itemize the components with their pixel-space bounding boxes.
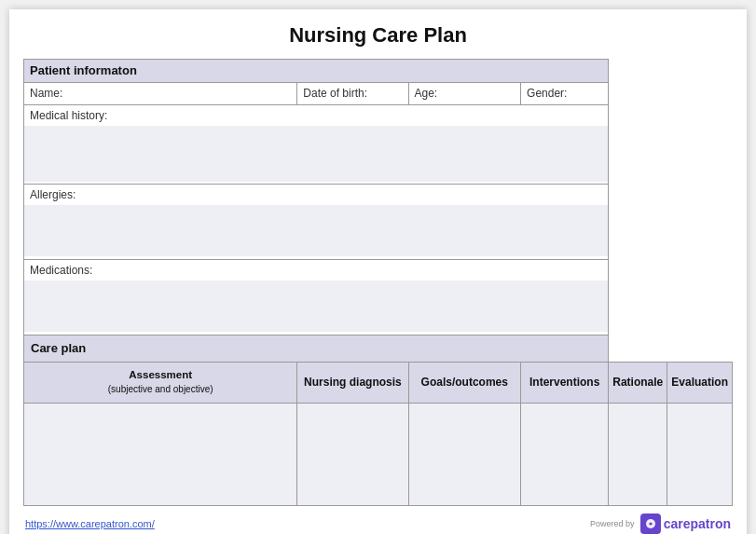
- dob-label: Date of birth:: [297, 82, 408, 104]
- patient-basic-info-row: Name: Date of birth: Age: Gender:: [24, 82, 733, 104]
- medical-history-cell: Medical history:: [24, 104, 609, 185]
- footer: https://www.carepatron.com/ Powered by c…: [23, 513, 733, 534]
- col-header-goals-outcomes: Goals/outcomes: [408, 362, 521, 403]
- gender-label: Gender:: [521, 82, 609, 104]
- nursing-diagnosis-data-cell[interactable]: [297, 404, 408, 506]
- medications-row: Medications:: [24, 260, 733, 335]
- care-plan-column-headers: Assessment(subjective and objective) Nur…: [24, 362, 733, 403]
- website-link[interactable]: https://www.carepatron.com/: [25, 518, 155, 529]
- logo-icon: [640, 513, 661, 534]
- patient-info-header-row: Patient informaton: [24, 60, 733, 83]
- col-header-interventions: Interventions: [521, 362, 609, 403]
- page-title: Nursing Care Plan: [23, 23, 733, 48]
- logo-care: care: [664, 516, 691, 531]
- allergies-row: Allergies:: [24, 185, 733, 260]
- logo-svg: [644, 517, 657, 530]
- logo-text: carepatron: [664, 516, 731, 531]
- col-header-evaluation: Evaluation: [667, 362, 733, 403]
- footer-right: Powered by carepatron: [590, 513, 731, 534]
- care-plan-data-row: [24, 404, 733, 506]
- logo-patron: patron: [690, 516, 731, 531]
- assessment-data-cell[interactable]: [24, 404, 297, 506]
- main-table: Patient informaton Name: Date of birth: …: [23, 59, 733, 506]
- medical-history-label: Medical history:: [24, 105, 608, 126]
- medications-label: Medications:: [24, 260, 608, 281]
- carepatron-logo: carepatron: [640, 513, 731, 534]
- allergies-content[interactable]: [24, 205, 608, 256]
- page-container: Nursing Care Plan Patient informaton Nam…: [9, 9, 747, 534]
- powered-by-text: Powered by: [590, 519, 635, 528]
- col-header-rationale: Rationale: [609, 362, 667, 403]
- medical-history-content[interactable]: [24, 126, 608, 182]
- name-label: Name:: [24, 82, 297, 104]
- care-plan-header-row: Care plan: [24, 335, 733, 362]
- allergies-label: Allergies:: [24, 185, 608, 205]
- goals-outcomes-data-cell[interactable]: [408, 404, 521, 506]
- col-header-assessment: Assessment(subjective and objective): [24, 362, 297, 403]
- medical-history-row: Medical history:: [24, 104, 733, 185]
- rationale-data-cell[interactable]: [609, 404, 667, 506]
- care-plan-header: Care plan: [24, 335, 609, 362]
- evaluation-data-cell[interactable]: [667, 404, 733, 506]
- medications-content[interactable]: [24, 281, 608, 332]
- patient-info-header: Patient informaton: [24, 60, 609, 83]
- age-label: Age:: [408, 82, 521, 104]
- interventions-data-cell[interactable]: [521, 404, 609, 506]
- allergies-cell: Allergies:: [24, 185, 609, 260]
- col-header-nursing-diagnosis: Nursing diagnosis: [297, 362, 408, 403]
- medications-cell: Medications:: [24, 260, 609, 335]
